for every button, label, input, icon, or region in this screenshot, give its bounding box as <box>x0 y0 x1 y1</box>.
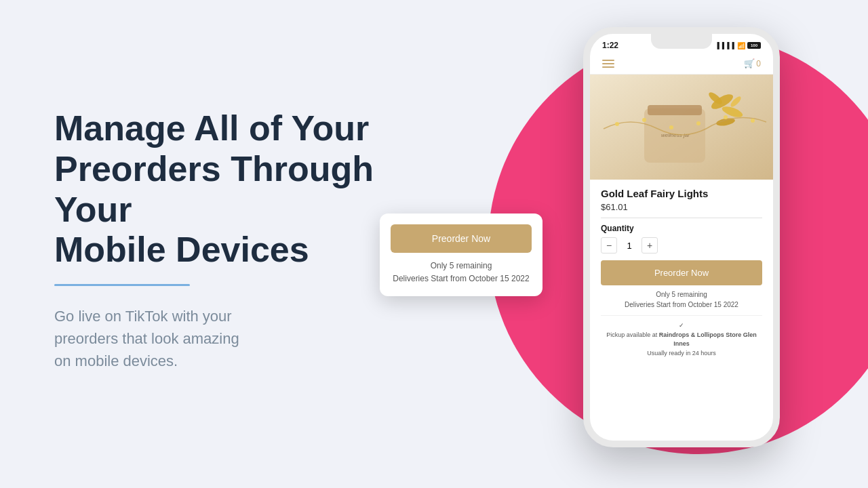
heading-underline <box>54 284 190 286</box>
quantity-label: Quantity <box>601 224 762 233</box>
svg-point-14 <box>724 115 728 119</box>
quantity-controls: − 1 + <box>601 237 762 253</box>
floating-preorder-button[interactable]: Preorder Now <box>391 224 532 253</box>
pickup-ready-text: Usually ready in 24 hours <box>601 349 762 359</box>
phone-mockup: 1:22 ▐▐▐▐ 📶 100 🛒 0 <box>583 27 780 447</box>
floating-preorder-card: Preorder Now Only 5 remaining Deliveries… <box>380 214 542 296</box>
battery-icon: 100 <box>747 42 761 49</box>
phone-delivery-text: Deliveries Start from October 15 2022 <box>601 300 762 310</box>
phone-frame: 1:22 ▐▐▐▐ 📶 100 🛒 0 <box>583 27 780 447</box>
product-image-svg: wellness jar <box>590 75 773 180</box>
quantity-increase-button[interactable]: + <box>642 237 658 253</box>
product-details: Gold Leaf Fairy Lights $61.01 Quantity −… <box>590 180 773 363</box>
svg-point-11 <box>642 118 646 122</box>
phone-preorder-button[interactable]: Preorder Now <box>601 260 762 285</box>
svg-point-13 <box>696 121 701 125</box>
phone-remaining-text: Only 5 remaining <box>601 289 762 300</box>
phone-notch <box>651 34 712 49</box>
pickup-info: ✓ Pickup available at Raindrops & Lollip… <box>601 315 762 358</box>
floating-delivery-text: Deliveries Start from October 15 2022 <box>391 272 532 285</box>
cart-count: 0 <box>756 59 761 68</box>
wifi-icon: 📶 <box>737 42 745 49</box>
left-content-section: Manage All of Your Preorders Through You… <box>54 108 434 372</box>
main-heading: Manage All of Your Preorders Through You… <box>54 108 434 270</box>
svg-point-10 <box>615 122 619 126</box>
product-price: $61.01 <box>601 202 762 218</box>
subtext: Go live on TikTok with your preorders th… <box>54 305 434 372</box>
hamburger-menu-icon[interactable] <box>602 60 614 68</box>
product-image-bg: wellness jar <box>590 75 773 180</box>
signal-icon: ▐▐▐▐ <box>715 42 735 49</box>
svg-rect-3 <box>648 105 702 115</box>
cart-icon-symbol: 🛒 <box>744 58 755 68</box>
status-icons: ▐▐▐▐ 📶 100 <box>715 42 761 49</box>
floating-delivery-info: Only 5 remaining Deliveries Start from O… <box>391 260 532 285</box>
pickup-check-icon: ✓ <box>601 321 762 331</box>
svg-text:wellness jar: wellness jar <box>661 132 690 138</box>
floating-remaining-text: Only 5 remaining <box>391 260 532 272</box>
phone-nav: 🛒 0 <box>590 54 773 75</box>
quantity-decrease-button[interactable]: − <box>601 237 617 253</box>
product-image: wellness jar <box>590 75 773 180</box>
phone-delivery-info: Only 5 remaining Deliveries Start from O… <box>601 289 762 310</box>
svg-point-12 <box>669 125 673 129</box>
product-name: Gold Leaf Fairy Lights <box>601 188 762 199</box>
status-time: 1:22 <box>602 41 618 50</box>
cart-icon[interactable]: 🛒 0 <box>744 58 761 68</box>
svg-point-15 <box>751 119 755 123</box>
quantity-value: 1 <box>623 241 636 251</box>
